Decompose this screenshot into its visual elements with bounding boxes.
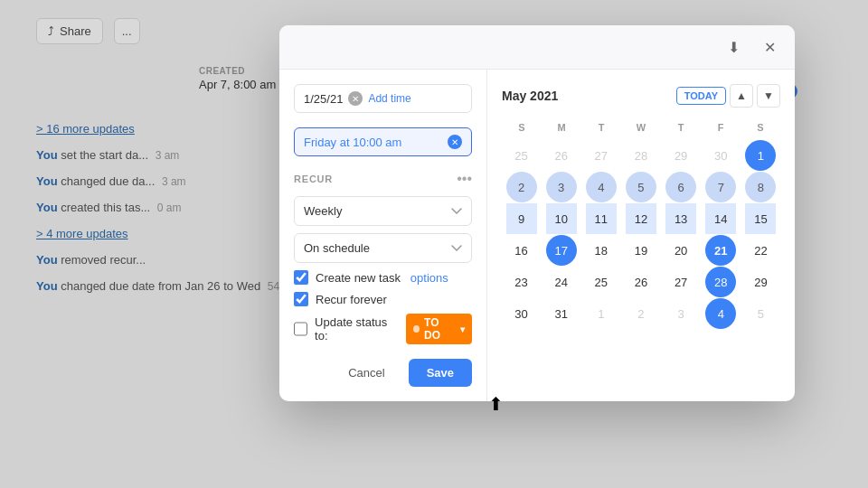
cancel-button[interactable]: Cancel [334, 359, 399, 387]
create-task-label: Create new task options [316, 271, 448, 285]
calendar-day-1-3[interactable]: 5 [626, 172, 656, 202]
calendar-day-5-6[interactable]: 5 [745, 298, 776, 329]
calendar-day-5-3[interactable]: 2 [626, 298, 656, 329]
frequency-select[interactable]: Weekly Daily Monthly Yearly [294, 196, 472, 226]
calendar-day-0-2[interactable]: 27 [586, 140, 617, 171]
start-date-chip-value: 1/25/21 [304, 92, 343, 106]
calendar-day-3-2[interactable]: 18 [586, 235, 617, 266]
due-date-chip-value: Friday at 10:00 am [304, 136, 442, 149]
recur-section: RECUR ••• Weekly Daily Monthly Yearly On… [294, 171, 472, 344]
calendar-day-3-0[interactable]: 16 [506, 235, 537, 266]
recur-forever-checkbox[interactable] [294, 292, 308, 306]
calendar-day-3-5[interactable]: 21 [705, 235, 736, 266]
close-icon: ✕ [764, 39, 776, 56]
calendar-day-5-2[interactable]: 1 [586, 298, 617, 329]
dialog-body: 1/25/21 ✕ Add time Friday at 10:00 am ✕ [279, 70, 795, 401]
calendar-day-1-2[interactable]: 4 [586, 172, 617, 202]
calendar-day-0-5[interactable]: 30 [705, 140, 736, 171]
update-status-label: Update status to: [315, 315, 399, 343]
calendar-day-2-5[interactable]: 14 [705, 203, 736, 234]
weekday-t1: T [581, 118, 621, 136]
clear-start-date-button[interactable]: ✕ [348, 91, 363, 106]
update-status-checkbox[interactable] [294, 322, 307, 336]
dialog-header: ⬇ ✕ [279, 25, 795, 70]
calendar-day-0-6[interactable]: 1 [745, 140, 776, 171]
calendar-day-4-1[interactable]: 24 [546, 267, 577, 297]
due-date-chip: Friday at 10:00 am ✕ [294, 127, 472, 156]
prev-month-button[interactable]: ▲ [730, 84, 753, 108]
calendar-day-3-4[interactable]: 20 [665, 235, 696, 266]
close-button[interactable]: ✕ [755, 33, 784, 61]
weekday-t2: T [661, 118, 701, 136]
calendar-day-2-0[interactable]: 9 [506, 203, 537, 234]
calendar-day-2-4[interactable]: 13 [665, 203, 696, 234]
left-panel: 1/25/21 ✕ Add time Friday at 10:00 am ✕ [279, 70, 487, 401]
create-task-row: Create new task options [294, 270, 472, 285]
create-task-checkbox[interactable] [294, 270, 308, 285]
save-button[interactable]: Save [409, 359, 472, 387]
calendar-day-4-3[interactable]: 26 [626, 267, 656, 297]
calendar-days: 2526272829301234567891011121314151617181… [502, 140, 780, 329]
today-button[interactable]: TODAY [676, 87, 726, 105]
calendar-day-5-4[interactable]: 3 [665, 298, 696, 329]
recur-label: RECUR [294, 174, 333, 184]
calendar-grid: S M T W T F S 25262728293012345678910111… [502, 118, 780, 329]
calendar-day-4-2[interactable]: 25 [586, 267, 617, 297]
calendar-day-2-3[interactable]: 12 [626, 203, 656, 234]
add-time-button[interactable]: Add time [368, 92, 410, 105]
calendar-day-2-1[interactable]: 10 [546, 203, 577, 234]
date-row: 1/25/21 ✕ Add time [294, 84, 472, 113]
weekday-w: W [621, 118, 661, 136]
todo-status-badge[interactable]: TO DO ▾ [406, 314, 472, 344]
calendar-day-4-5[interactable]: 28 [705, 267, 736, 297]
calendar-day-2-6[interactable]: 15 [745, 203, 776, 234]
calendar-day-2-2[interactable]: 11 [586, 203, 617, 234]
weekday-s2: S [741, 118, 780, 136]
recur-more-button[interactable]: ••• [457, 171, 472, 187]
calendar-header: May 2021 TODAY ▲ ▼ [502, 84, 780, 108]
recur-header: RECUR ••• [294, 171, 472, 187]
calendar-day-1-0[interactable]: 2 [506, 172, 537, 202]
weekday-m: M [542, 118, 581, 136]
download-icon: ⬇ [728, 39, 740, 56]
calendar-day-4-4[interactable]: 27 [665, 267, 696, 297]
calendar-day-4-6[interactable]: 29 [745, 267, 776, 297]
due-date-row: Friday at 10:00 am ✕ [294, 127, 472, 156]
calendar-day-1-6[interactable]: 8 [745, 172, 776, 202]
weekday-s1: S [502, 118, 542, 136]
clear-due-date-button[interactable]: ✕ [448, 135, 462, 149]
calendar-panel: May 2021 TODAY ▲ ▼ S M T W T F [487, 70, 795, 401]
start-date-chip: 1/25/21 ✕ Add time [294, 84, 472, 113]
recur-forever-row: Recur forever [294, 292, 472, 306]
calendar-day-4-0[interactable]: 23 [506, 267, 537, 297]
next-month-button[interactable]: ▼ [757, 84, 780, 108]
recur-dialog: ⬇ ✕ 1/25/21 ✕ Add time [279, 25, 795, 401]
calendar-day-0-3[interactable]: 28 [626, 140, 656, 171]
calendar-weekdays: S M T W T F S [502, 118, 780, 136]
calendar-day-1-1[interactable]: 3 [546, 172, 577, 202]
status-dot [413, 325, 420, 333]
calendar-day-5-5[interactable]: 4 [705, 298, 736, 329]
calendar-day-1-4[interactable]: 6 [665, 172, 696, 202]
calendar-month: May 2021 [502, 89, 558, 103]
status-chevron-icon: ▾ [460, 324, 465, 334]
calendar-navigation: TODAY ▲ ▼ [676, 84, 780, 108]
todo-status-label: TO DO [424, 316, 456, 342]
calendar-day-3-6[interactable]: 22 [745, 235, 776, 266]
download-button[interactable]: ⬇ [719, 33, 748, 61]
calendar-day-3-1[interactable]: 17 [546, 235, 577, 266]
schedule-select[interactable]: On schedule On completion [294, 233, 472, 263]
calendar-day-5-0[interactable]: 30 [506, 298, 537, 329]
modal-overlay: ⬇ ✕ 1/25/21 ✕ Add time [0, 0, 868, 488]
calendar-day-0-4[interactable]: 29 [665, 140, 696, 171]
dialog-footer: Cancel Save [294, 359, 472, 387]
calendar-day-3-3[interactable]: 19 [626, 235, 656, 266]
calendar-day-0-0[interactable]: 25 [506, 140, 537, 171]
weekday-f: F [701, 118, 741, 136]
options-link[interactable]: options [410, 271, 448, 285]
calendar-day-0-1[interactable]: 26 [546, 140, 577, 171]
calendar-day-1-5[interactable]: 7 [705, 172, 736, 202]
recur-forever-label: Recur forever [316, 293, 387, 306]
update-status-row: Update status to: TO DO ▾ [294, 314, 472, 344]
calendar-day-5-1[interactable]: 31 [546, 298, 577, 329]
